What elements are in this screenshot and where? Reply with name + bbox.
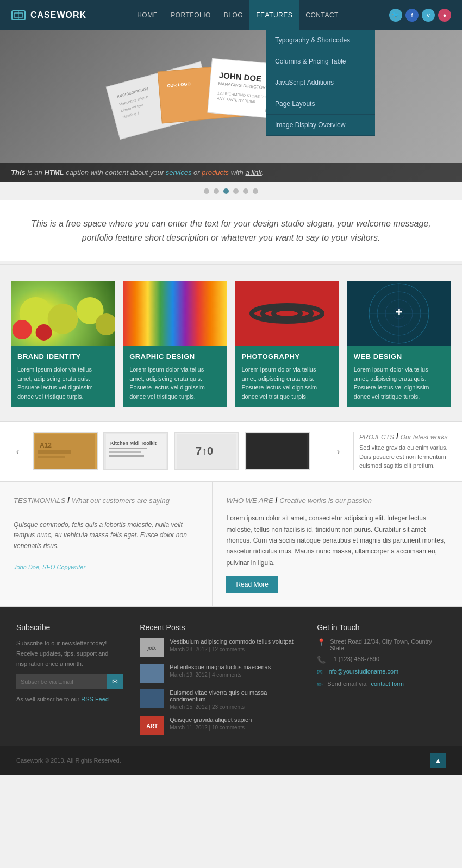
- post-item-2: Pellentesque magna luctus maecenas March…: [140, 664, 301, 683]
- phone-icon: 📞: [317, 656, 326, 664]
- color-stripes-img: [123, 281, 227, 346]
- projects-desc: Sed vitae gravida eu enim varius. Duis p…: [359, 443, 451, 470]
- svg-rect-43: [247, 434, 307, 469]
- recent-posts-title: Recent Posts: [140, 623, 301, 632]
- svg-rect-34: [38, 450, 71, 454]
- web-pattern-img: +: [347, 281, 451, 346]
- projects-title: PROJECTS / Our latest works: [359, 432, 451, 441]
- post-info-2: Pellentesque magna luctus maecenas March…: [170, 664, 271, 678]
- post-title-3[interactable]: Euismod vitae viverra quis eu massa cond…: [170, 689, 301, 702]
- post-thumb-1: job.: [140, 638, 164, 657]
- dot-3[interactable]: [223, 188, 229, 194]
- contact-phone-text: +1 (123) 456-7890: [330, 656, 379, 662]
- scroll-top-button[interactable]: ▲: [430, 753, 446, 768]
- post-info-3: Euismod vitae viverra quis eu massa cond…: [170, 689, 301, 710]
- contact-address-text: Street Road 12/34, City Town, Country St…: [330, 638, 446, 651]
- next-project-arrow[interactable]: ›: [332, 435, 345, 468]
- read-more-button[interactable]: Read More: [226, 576, 278, 593]
- proj-thumb-3[interactable]: 7↑0: [174, 432, 239, 470]
- dot-6[interactable]: [253, 188, 258, 194]
- service-desc-web: Lorem ipsum dolor via tellus amet, adipi…: [354, 365, 445, 401]
- project-thumbnails: A12 Kitchen Midi Toolkit 7↑0: [33, 432, 323, 470]
- service-title-brand: BRAND IDENTITY: [17, 353, 108, 361]
- service-desc-graphic: Lorem ipsum dolor via tellus amet, adipi…: [129, 365, 220, 401]
- service-web-design: + WEB DESIGN Lorem ipsum dolor via tellu…: [347, 281, 451, 407]
- service-graphic-design: GRAPHIC DESIGN Lorem ipsum dolor via tel…: [123, 281, 227, 407]
- prev-project-arrow[interactable]: ‹: [11, 435, 24, 468]
- testimonial-quote: Quisque commodo, felis quis a lobortis m…: [14, 520, 198, 551]
- services-grid: BRAND IDENTITY Lorem ipsum dolor via tel…: [11, 281, 451, 407]
- svg-rect-35: [38, 456, 65, 458]
- svg-rect-40: [109, 455, 144, 457]
- divider-1: [0, 264, 462, 265]
- service-img-photo: [235, 281, 339, 346]
- svg-point-21: [36, 324, 52, 341]
- contact-form-link[interactable]: contact form: [371, 681, 404, 687]
- dropdown-columns[interactable]: Columns & Pricing Table: [266, 51, 375, 72]
- twitter-icon[interactable]: 🐦: [389, 9, 402, 22]
- flickr-icon[interactable]: ●: [438, 9, 451, 22]
- post-thumb-2: [140, 664, 164, 683]
- nav-contact[interactable]: CONTACT: [299, 0, 345, 30]
- nav-features[interactable]: FEATURES: [249, 0, 299, 30]
- subscribe-desc: Subscribe to our newsletter today! Recei…: [16, 638, 123, 669]
- subscribe-input[interactable]: [16, 674, 107, 689]
- hero-section: loremcompany Maecenas arius b Libero mi …: [0, 30, 462, 182]
- recent-posts-column: Recent Posts job. Vestibulum adipiscing …: [140, 623, 301, 735]
- rss-link[interactable]: RSS Feed: [81, 696, 109, 702]
- slogan-section: This is a free space where you can enter…: [0, 200, 462, 261]
- service-body-graphic: GRAPHIC DESIGN Lorem ipsum dolor via tel…: [123, 346, 227, 407]
- svg-text:A12: A12: [40, 442, 52, 449]
- project-info: PROJECTS / Our latest works Sed vitae gr…: [353, 432, 451, 470]
- proj-thumb-2[interactable]: Kitchen Midi Toolkit: [103, 432, 168, 470]
- proj-thumb-4[interactable]: [245, 432, 310, 470]
- logo-text: CASEWORK: [30, 10, 86, 20]
- two-col-section: TESTIMONIALS / What our customers are sa…: [0, 482, 462, 607]
- tennis-balls-img: [11, 281, 115, 346]
- subscribe-column: Subscribe Subscribe to our newsletter to…: [16, 623, 123, 735]
- dropdown-javascript[interactable]: JavaScript Additions: [266, 72, 375, 93]
- dropdown-typography[interactable]: Typography & Shortcodes: [266, 30, 375, 51]
- post-meta-2: March 19, 2012 | 4 comments: [170, 672, 271, 678]
- post-item-1: job. Vestibulum adipiscing commodo tellu…: [140, 638, 301, 657]
- contact-phone: 📞 +1 (123) 456-7890: [317, 656, 446, 664]
- services-section: BRAND IDENTITY Lorem ipsum dolor via tel…: [0, 267, 462, 421]
- logo[interactable]: CASEWORK: [11, 8, 86, 23]
- post-title-2[interactable]: Pellentesque magna luctus maecenas: [170, 664, 271, 670]
- hero-background: loremcompany Maecenas arius b Libero mi …: [0, 30, 462, 182]
- nav-portfolio[interactable]: PORTFOLIO: [164, 0, 217, 30]
- nav-blog[interactable]: BLOG: [217, 0, 249, 30]
- service-title-photo: PHOTOGRAPHY: [242, 353, 333, 361]
- dropdown-layouts[interactable]: Page Layouts: [266, 93, 375, 115]
- svg-text:7↑0: 7↑0: [196, 445, 213, 457]
- pencil-icon: ✏: [317, 681, 323, 689]
- subscribe-title: Subscribe: [16, 623, 123, 632]
- testimonials-subtitle: What our customers are saying: [72, 496, 170, 505]
- contact-form: ✏ Send email via contact form: [317, 681, 446, 689]
- subscribe-button[interactable]: ✉: [107, 674, 123, 689]
- svg-point-24: [273, 309, 301, 318]
- nav-home[interactable]: HOME: [130, 0, 164, 30]
- proj-thumb-1[interactable]: A12: [33, 432, 98, 470]
- logo-icon: [11, 8, 26, 23]
- post-info-4: Quisque gravida aliquet sapien March 11,…: [170, 716, 252, 731]
- footer: Subscribe Subscribe to our newsletter to…: [0, 607, 462, 775]
- contact-title: Get in Touch: [317, 623, 446, 632]
- dropdown-image[interactable]: Image Display Overview: [266, 115, 375, 136]
- vimeo-icon[interactable]: v: [422, 9, 435, 22]
- dot-5[interactable]: [243, 188, 248, 194]
- footer-grid: Subscribe Subscribe to our newsletter to…: [16, 623, 446, 735]
- dot-2[interactable]: [214, 188, 219, 194]
- footer-bottom: Casework © 2013. All Rights Reserved. ▲: [0, 746, 462, 775]
- footer-copyright: Casework © 2013. All Rights Reserved.: [16, 757, 121, 764]
- header: CASEWORK HOME PORTFOLIO BLOG FEATURES CO…: [0, 0, 462, 30]
- testimonials-column: TESTIMONIALS / What our customers are sa…: [0, 482, 213, 606]
- facebook-icon[interactable]: f: [405, 9, 419, 22]
- contact-column: Get in Touch 📍 Street Road 12/34, City T…: [317, 623, 446, 735]
- dot-4[interactable]: [233, 188, 239, 194]
- contact-email-text[interactable]: info@yourstudioname.com: [327, 668, 398, 675]
- social-icons: 🐦 f v ●: [389, 9, 451, 22]
- post-title-1[interactable]: Vestibulum adipiscing commodo tellus vol…: [170, 638, 293, 645]
- post-title-4[interactable]: Quisque gravida aliquet sapien: [170, 716, 252, 723]
- dot-1[interactable]: [204, 188, 209, 194]
